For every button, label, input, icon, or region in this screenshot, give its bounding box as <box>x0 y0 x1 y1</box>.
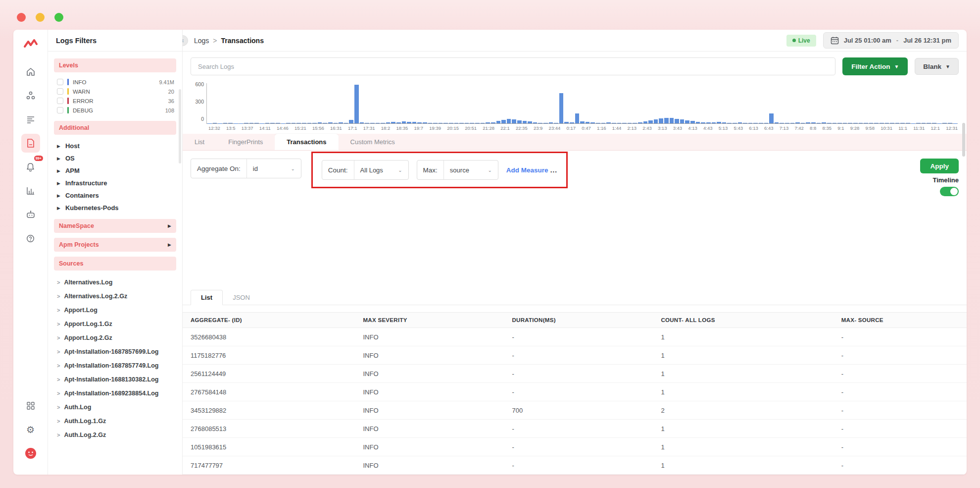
level-label: INFO <box>73 79 155 85</box>
column-header[interactable]: DURATION(MS) <box>504 317 653 323</box>
apps-grid-icon[interactable] <box>21 396 40 415</box>
table-cell: 1 <box>653 425 833 433</box>
results-table: AGGREGATE- (ID) MAX SEVERITY DURATION(MS… <box>183 312 967 475</box>
source-filter-item[interactable]: > Apport.Log.1.Gz <box>54 317 176 331</box>
source-filter-item[interactable]: > Auth.Log.1.Gz <box>54 414 176 428</box>
level-checkbox[interactable] <box>57 107 63 113</box>
timeline-toggle[interactable] <box>940 187 959 196</box>
column-header[interactable]: MAX- SOURCE <box>833 317 967 323</box>
tab-custom-metrics[interactable]: Custom Metrics <box>339 134 407 150</box>
close-window-button[interactable] <box>17 13 26 22</box>
live-badge[interactable]: Live <box>786 35 816 47</box>
x-tick-label: 23:44 <box>549 125 561 131</box>
table-row[interactable]: 2768085513INFO-1- <box>183 420 967 438</box>
additional-filter-item[interactable]: ▶ APM <box>54 164 176 177</box>
count-label: Count: <box>322 161 354 179</box>
level-filter-row[interactable]: WARN 20 <box>54 87 176 96</box>
namespace-section-header[interactable]: NameSpace ▶ <box>54 219 176 233</box>
chart-plot-area[interactable] <box>206 83 958 124</box>
brand-logo[interactable] <box>23 39 38 50</box>
help-icon[interactable] <box>21 229 40 248</box>
settings-gear-icon[interactable]: ⚙ <box>21 420 40 439</box>
aggregate-on-select[interactable]: id ⌄ <box>246 159 301 178</box>
table-cell: - <box>504 388 653 396</box>
level-filter-row[interactable]: DEBUG 108 <box>54 106 176 115</box>
chevron-down-icon: ⌄ <box>488 167 491 173</box>
count-select[interactable]: All Logs ⌄ <box>354 161 408 179</box>
avatar[interactable] <box>21 444 40 463</box>
tab-list[interactable]: List <box>183 134 216 150</box>
source-filter-item[interactable]: > Apport.Log.2.Gz <box>54 331 176 345</box>
x-tick-label: 20:15 <box>447 125 459 131</box>
add-measure-link[interactable]: Add Measure ... <box>506 166 557 174</box>
max-select[interactable]: source ⌄ <box>443 161 498 179</box>
cluster-icon[interactable] <box>21 86 40 105</box>
table-row[interactable]: 1175182776INFO-1- <box>183 346 967 365</box>
source-filter-item[interactable]: > Alternatives.Log.2.Gz <box>54 289 176 303</box>
table-row[interactable]: 3453129882INFO7002- <box>183 401 967 420</box>
filters-scrollbar[interactable] <box>179 89 181 163</box>
apm-projects-section-header[interactable]: Apm Projects ▶ <box>54 238 176 252</box>
table-row[interactable]: 1051983615INFO-1- <box>183 438 967 456</box>
search-input[interactable] <box>191 57 835 75</box>
logs-histogram: 6003000 12:3213:513:3714:1114:4615:2115:… <box>183 81 967 134</box>
date-range-picker[interactable]: Jul 25 01:00 am - Jul 26 12:31 pm <box>823 32 959 49</box>
level-checkbox[interactable] <box>57 79 63 85</box>
chart-x-axis: 12:3213:513:3714:1114:4615:2115:5616:311… <box>189 124 958 134</box>
sources-section-header[interactable]: Sources <box>54 257 176 271</box>
source-filter-item[interactable]: > Apport.Log <box>54 303 176 317</box>
expand-arrow-icon: ▶ <box>57 144 60 149</box>
table-row[interactable]: 2561124449INFO-1- <box>183 365 967 383</box>
filter-action-button[interactable]: Filter Action ▼ <box>842 57 908 75</box>
additional-section-header[interactable]: Additional <box>54 121 176 135</box>
tab-transactions[interactable]: Transactions <box>275 134 338 150</box>
level-filter-row[interactable]: ERROR 36 <box>54 96 176 106</box>
level-filter-row[interactable]: INFO 9.41M <box>54 77 176 87</box>
bot-icon[interactable] <box>21 205 40 224</box>
table-cell: - <box>504 462 653 469</box>
tab-fingerprints[interactable]: FingerPrints <box>216 134 275 150</box>
main-scrollbar[interactable] <box>962 123 965 157</box>
apply-button[interactable]: Apply <box>920 159 959 173</box>
source-filter-item[interactable]: > Alternatives.Log <box>54 275 176 289</box>
logs-document-icon[interactable] <box>21 134 40 153</box>
source-filter-item[interactable]: > Apt-Installation-1688130382.Log <box>54 373 176 386</box>
levels-section-header[interactable]: Levels <box>54 58 176 72</box>
level-color-bar <box>67 107 69 113</box>
breadcrumb-root[interactable]: Logs <box>194 37 209 45</box>
source-filter-item[interactable]: > Auth.Log.2.Gz <box>54 428 176 442</box>
column-header[interactable]: COUNT- ALL LOGS <box>653 317 833 323</box>
source-filter-item[interactable]: > Auth.Log <box>54 400 176 414</box>
zoom-window-button[interactable] <box>54 13 63 22</box>
dashboards-chart-icon[interactable] <box>21 181 40 200</box>
column-header[interactable]: MAX SEVERITY <box>355 317 504 323</box>
level-checkbox[interactable] <box>57 88 63 95</box>
table-row[interactable]: 717477797INFO-1- <box>183 456 967 475</box>
x-tick-label: 0:17 <box>567 125 576 131</box>
table-cell: INFO <box>355 352 504 359</box>
results-tab-json[interactable]: JSON <box>223 290 260 305</box>
home-icon[interactable] <box>21 62 40 81</box>
collapse-panel-button[interactable]: ‹ <box>183 35 188 46</box>
more-options-icon[interactable]: ... <box>550 166 557 174</box>
alerts-bell-icon[interactable]: 99+ <box>21 158 40 176</box>
level-checkbox[interactable] <box>57 98 63 104</box>
blank-dropdown[interactable]: Blank ▼ <box>915 58 959 75</box>
source-filter-item[interactable]: > Apt-Installation-1687857699.Log <box>54 345 176 359</box>
chevron-down-icon: ▼ <box>894 64 899 69</box>
additional-filter-item[interactable]: ▶ OS <box>54 152 176 164</box>
source-filter-item[interactable]: > Apt-Installation-1689238854.Log <box>54 386 176 400</box>
table-cell: 1175182776 <box>183 352 355 359</box>
table-row[interactable]: 3526680438INFO-1- <box>183 328 967 346</box>
additional-filter-item[interactable]: ▶ Infrastructure <box>54 177 176 189</box>
traces-icon[interactable] <box>21 110 40 129</box>
table-row[interactable]: 2767584148INFO-1- <box>183 383 967 401</box>
sources-list: > Alternatives.Log > Alternatives.Log.2.… <box>54 275 176 442</box>
additional-filter-item[interactable]: ▶ Kubernetes-Pods <box>54 202 176 214</box>
results-tab-list[interactable]: List <box>191 290 223 305</box>
additional-filter-item[interactable]: ▶ Host <box>54 140 176 152</box>
additional-filter-item[interactable]: ▶ Containers <box>54 189 176 202</box>
column-header[interactable]: AGGREGATE- (ID) <box>183 317 355 323</box>
minimize-window-button[interactable] <box>36 13 45 22</box>
source-filter-item[interactable]: > Apt-Installation-1687857749.Log <box>54 359 176 373</box>
